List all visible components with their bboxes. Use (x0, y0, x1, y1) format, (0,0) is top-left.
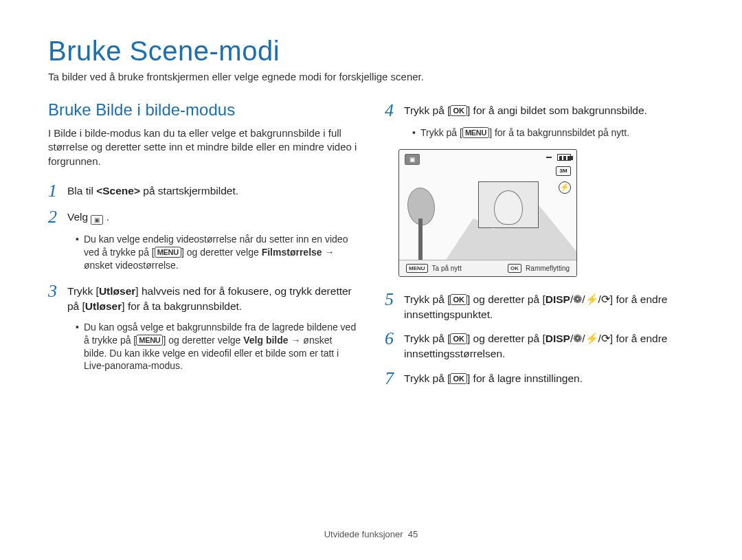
s6a: Trykk på [ (404, 333, 450, 344)
disp-key-label: DISP (546, 293, 570, 305)
step1-bold: <Scene> (96, 185, 140, 197)
flash-mode-icon: ⚡ (559, 181, 571, 194)
step-number: 7 (385, 368, 404, 388)
disp-key-label: DISP (546, 333, 570, 344)
step1-post: på startskjermbildet. (140, 185, 238, 197)
ok-key-icon: OK (508, 264, 521, 273)
step-number: 5 (385, 289, 404, 309)
s7a: Trykk på [ (404, 372, 450, 384)
flash-icon: ⚡ (585, 293, 598, 305)
step-2: 2 Velg . (48, 207, 357, 226)
s3a: Trykk [ (67, 285, 99, 297)
step-number: 3 (48, 281, 67, 300)
s7b: ] for å lagre innstillingen. (467, 372, 583, 384)
step-text: Trykk [Utløser] halvveis ned for å fokus… (67, 281, 357, 313)
s3d: ] for å ta bakgrunnsbildet. (122, 300, 242, 312)
page-subtitle: Ta bilder ved å bruke frontskjermen elle… (48, 71, 694, 82)
step-text: Trykk på [OK] for å angi bildet som bakg… (404, 100, 647, 118)
menu-key-icon: MENU (462, 127, 489, 138)
step-4: 4 Trykk på [OK] for å angi bildet som ba… (385, 100, 694, 120)
timer-icon: ⟳ (601, 293, 610, 305)
step-6: 6 Trykk på [OK] og deretter på [DISP/❁/⚡… (385, 328, 694, 361)
exposure-bar-icon (546, 157, 552, 158)
page-footer: Utvidede funksjoner 45 (0, 529, 742, 539)
timer-icon: ⟳ (601, 333, 610, 344)
tree-trunk-icon (418, 219, 423, 260)
inset-frame (478, 181, 539, 228)
step-3: 3 Trykk [Utløser] halvveis ned for å fok… (48, 281, 357, 313)
s3b2: Utløser (85, 300, 122, 312)
s4-bul-a: Trykk på [ (420, 127, 462, 138)
status-icons: 3M ⚡ (546, 154, 571, 194)
menu-key-icon: MENU (155, 247, 181, 258)
bottom-left-label: Ta på nytt (432, 265, 462, 272)
step-7: 7 Trykk på [OK] for å lagre innstillinge… (385, 368, 694, 388)
macro-icon: ❁ (573, 333, 582, 344)
step4-bullet-list: Trykk på [MENU] for å ta bakgrunnsbildet… (385, 126, 694, 139)
step-text: Trykk på [OK] og deretter på [DISP/❁/⚡/⟳… (404, 289, 694, 322)
section-title: Bruke Bilde i bilde-modus (48, 100, 357, 120)
bullet-text-b: ] og deretter velge (181, 247, 262, 258)
ok-key-icon: OK (450, 105, 467, 116)
step-text: Trykk på [OK] for å lagre innstillingen. (404, 368, 583, 386)
battery-icon (557, 154, 571, 161)
flash-icon: ⚡ (585, 333, 598, 344)
menu-key-icon: MENU (406, 264, 428, 273)
ok-key-icon: OK (450, 373, 467, 384)
page-title: Bruke Scene-modi (48, 36, 694, 67)
flash-glyph: ⚡ (560, 183, 570, 192)
ok-key-icon: OK (450, 333, 467, 344)
menu-key-icon: MENU (136, 335, 163, 346)
list-item: Du kan også velge et bakgrunnsbilde fra … (76, 321, 357, 373)
bottom-right-label: Rammeflytting (526, 265, 570, 272)
step-number: 1 (48, 181, 67, 200)
content-columns: Bruke Bilde i bilde-modus I Bilde i bild… (48, 100, 694, 394)
step-number: 2 (48, 207, 67, 226)
step-number: 6 (385, 328, 404, 348)
camera-screen-illustration: 3M ⚡ MENU Ta på nytt OK Rammeflytting (398, 149, 577, 277)
left-column: Bruke Bilde i bilde-modus I Bilde i bild… (48, 100, 357, 394)
step-text: Trykk på [OK] og deretter på [DISP/❁/⚡/⟳… (404, 328, 694, 361)
portrait-face (494, 190, 523, 225)
s4-bul-b: ] for å ta bakgrunnsbildet på nytt. (489, 127, 629, 138)
pip-mode-icon (405, 154, 420, 165)
s3-bul-bold: Velg bilde (243, 335, 288, 346)
step-text: Velg . (67, 207, 109, 225)
s5a: Trykk på [ (404, 293, 450, 305)
ok-key-icon: OK (450, 294, 467, 305)
step2-text: Velg (67, 211, 91, 223)
step1-pre: Bla til (67, 185, 96, 197)
s3-bul-b: ] og deretter velge (163, 335, 243, 346)
camera-bottom-bar: MENU Ta på nytt OK Rammeflytting (399, 260, 576, 276)
intro-text: I Bilde i bilde-modus kan du ta eller ve… (48, 126, 357, 168)
s4a: Trykk på [ (404, 104, 450, 116)
camera-main-area: 3M ⚡ (399, 150, 576, 260)
picture-in-picture-mode-icon (91, 215, 103, 225)
right-column: 4 Trykk på [OK] for å angi bildet som ba… (385, 100, 694, 394)
image-size-badge: 3M (556, 166, 571, 176)
s5b: ] og deretter på [ (467, 293, 546, 305)
list-item: Du kan velge endelig videostørrelse når … (76, 233, 357, 272)
step-text: Bla til <Scene> på startskjermbildet. (67, 181, 238, 199)
step-1: 1 Bla til <Scene> på startskjermbildet. (48, 181, 357, 200)
step-number: 4 (385, 100, 404, 120)
page-number: 45 (408, 529, 418, 539)
s3b1: Utløser (99, 285, 135, 297)
macro-icon: ❁ (573, 293, 582, 305)
step2-bullet-list: Du kan velge endelig videostørrelse når … (48, 233, 357, 272)
footer-section: Utvidede funksjoner (324, 529, 403, 539)
s6b: ] og deretter på [ (467, 333, 546, 344)
step3-bullet-list: Du kan også velge et bakgrunnsbilde fra … (48, 321, 357, 373)
list-item: Trykk på [MENU] for å ta bakgrunnsbildet… (412, 126, 694, 139)
step-5: 5 Trykk på [OK] og deretter på [DISP/❁/⚡… (385, 289, 694, 322)
s4b: ] for å angi bildet som bakgrunnsbilde. (467, 104, 647, 116)
bullet-bold: Filmstørrelse (262, 247, 322, 258)
